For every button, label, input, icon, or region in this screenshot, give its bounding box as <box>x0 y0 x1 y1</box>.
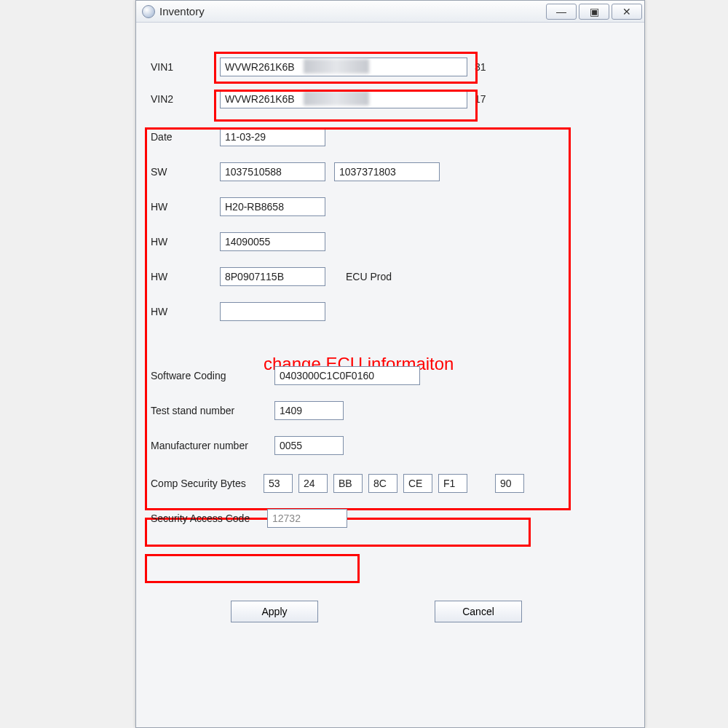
teststand-label: Test stand number <box>151 405 274 416</box>
minimize-button[interactable]: — <box>546 4 577 20</box>
vin1-label: VIN1 <box>151 61 220 73</box>
swcoding-label: Software Coding <box>151 370 274 381</box>
hw4-input[interactable] <box>220 302 325 321</box>
secaccess-label: Security Access Code <box>151 513 267 524</box>
window-title: Inventory <box>159 5 205 17</box>
hw1-input[interactable] <box>220 197 325 216</box>
form-content: VIN1 31 VIN2 17 Date SW <box>136 23 644 622</box>
app-icon <box>142 5 155 18</box>
ecu-prod-label: ECU Prod <box>346 271 392 282</box>
close-button[interactable]: ✕ <box>612 4 642 20</box>
sw1-input[interactable] <box>220 162 325 181</box>
secaccess-input[interactable] <box>267 509 347 528</box>
secaccess-highlight <box>145 554 360 583</box>
sw2-input[interactable] <box>334 162 440 181</box>
compsec-byte-2[interactable] <box>333 474 363 493</box>
inventory-window: Inventory — ▣ ✕ VIN1 31 VIN2 17 Date <box>135 0 645 728</box>
hw2-label: HW <box>151 236 220 248</box>
close-icon: ✕ <box>622 6 631 17</box>
apply-button[interactable]: Apply <box>231 601 318 622</box>
hw4-label: HW <box>151 306 220 317</box>
maximize-icon: ▣ <box>590 6 599 17</box>
sw-label: SW <box>151 166 220 178</box>
date-input[interactable] <box>220 127 325 146</box>
titlebar: Inventory — ▣ ✕ <box>136 1 644 23</box>
hw3-label: HW <box>151 271 220 282</box>
hw1-label: HW <box>151 201 220 213</box>
minimize-icon: — <box>556 6 566 17</box>
compsec-byte-0[interactable] <box>264 474 293 493</box>
hw3-input[interactable] <box>220 267 325 286</box>
compsec-byte-1[interactable] <box>298 474 328 493</box>
compsec-label: Comp Security Bytes <box>151 478 264 489</box>
manuf-label: Manufacturer number <box>151 440 274 451</box>
maximize-button[interactable]: ▣ <box>579 4 609 20</box>
vin1-input[interactable] <box>220 58 467 76</box>
compsec-byte-4[interactable] <box>403 474 432 493</box>
vin2-label: VIN2 <box>151 93 220 105</box>
compsec-byte-5[interactable] <box>438 474 467 493</box>
vin2-input[interactable] <box>220 90 467 108</box>
compsec-byte-3[interactable] <box>368 474 397 493</box>
vin1-suffix: 31 <box>475 61 486 73</box>
manuf-input[interactable] <box>274 436 344 455</box>
vin2-suffix: 17 <box>475 93 486 105</box>
teststand-input[interactable] <box>274 401 344 420</box>
swcoding-input[interactable] <box>274 366 420 385</box>
date-label: Date <box>151 131 220 143</box>
cancel-button[interactable]: Cancel <box>435 601 522 622</box>
compsec-byte-6[interactable] <box>495 474 524 493</box>
hw2-input[interactable] <box>220 232 325 251</box>
